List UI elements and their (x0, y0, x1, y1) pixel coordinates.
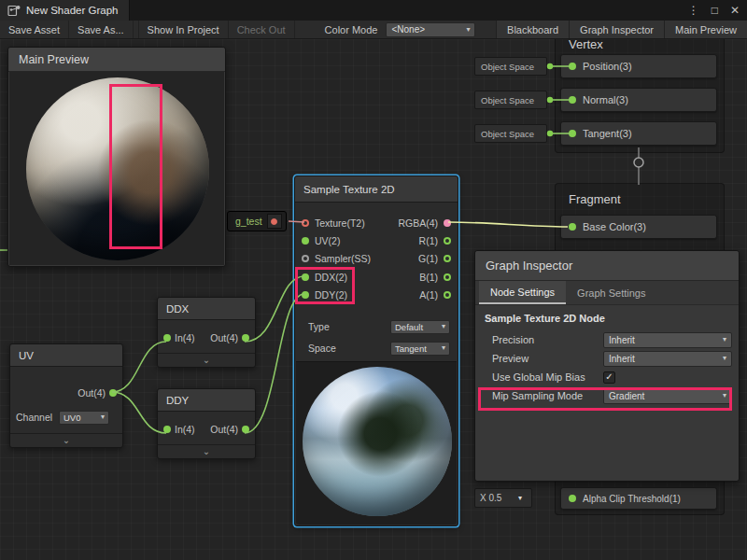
graph-toolbar: Save Asset Save As... Show In Project Ch… (0, 21, 747, 39)
ddx-title: DDX (166, 303, 189, 315)
ddy-out-port[interactable] (242, 426, 249, 433)
space-dropdown[interactable]: Tangent ▾ (390, 342, 450, 356)
ddx-collapse-button[interactable]: ⌄ (158, 353, 255, 367)
mip-sampling-mode-label: Mip Sampling Mode (492, 390, 603, 401)
uv-node-header[interactable]: UV (10, 344, 122, 367)
main-preview-header[interactable]: Main Preview (8, 48, 225, 72)
uv-input-port[interactable] (302, 237, 309, 245)
vertex-normal-block[interactable]: Normal(3) (560, 88, 717, 112)
ddy-node[interactable]: DDY In(4) Out(4) ⌄ (157, 388, 256, 459)
color-mode-label: Color Mode (321, 21, 382, 38)
graph-inspector-panel[interactable]: Graph Inspector Node Settings Graph Sett… (474, 250, 740, 482)
ddx-in-port[interactable] (163, 334, 171, 342)
base-color-port[interactable] (569, 223, 576, 231)
uv-channel-dropdown[interactable]: UV0 ▾ (59, 411, 109, 425)
normal-space-dropdown[interactable]: Object Space (474, 91, 547, 109)
ddy-in-port[interactable] (163, 426, 171, 433)
graph-inspector-toggle[interactable]: Graph Inspector (569, 21, 664, 38)
b-output-port[interactable] (444, 273, 451, 281)
main-preview-panel[interactable]: Main Preview (7, 47, 226, 267)
uv-node[interactable]: UV Out(4) Channel UV0 ▾ ⌄ (9, 343, 123, 448)
uv-title: UV (19, 350, 34, 361)
position-space-dropdown[interactable]: Object Space (474, 57, 547, 76)
tangent-port[interactable] (569, 130, 576, 137)
type-dropdown[interactable]: Default ▾ (390, 320, 450, 334)
sampler-input-port[interactable] (302, 255, 309, 262)
uv-collapse-button[interactable]: ⌄ (10, 433, 122, 447)
chevron-down-icon: ▾ (723, 392, 726, 399)
preview-row: Preview Inherit ▾ (475, 349, 739, 368)
fragment-basecolor-block[interactable]: Base Color(3) (560, 215, 717, 239)
show-in-project-button[interactable]: Show In Project (138, 21, 229, 38)
precision-dropdown[interactable]: Inherit ▾ (603, 332, 732, 348)
uv-out-label: Out(4) (78, 387, 106, 399)
alpha-clip-port[interactable] (569, 495, 576, 502)
chevron-down-icon: ▾ (723, 355, 726, 362)
sample-texture-2d-node[interactable]: Sample Texture 2D Texture(T2) UV(2) Samp… (294, 175, 458, 526)
blackboard-toggle[interactable]: Blackboard (496, 21, 569, 38)
preview-label: Preview (492, 353, 603, 364)
r-output-row: R(1) (419, 233, 458, 248)
vertex-title: Vertex (569, 37, 603, 51)
menu-icon[interactable]: ⋮ (688, 5, 699, 16)
uv-channel-value: UV0 (63, 413, 80, 423)
type-option-row: Type Default ▾ (295, 318, 458, 335)
mip-sampling-mode-dropdown[interactable]: Gradient ▾ (603, 388, 732, 404)
save-as-button[interactable]: Save As... (69, 21, 134, 38)
vertex-tangent-block[interactable]: Tangent(3) (560, 121, 717, 146)
precision-row: Precision Inherit ▾ (475, 330, 739, 349)
a-output-port[interactable] (444, 291, 451, 299)
gtest-property-node[interactable]: g_test (227, 211, 287, 231)
gtest-output-port[interactable] (271, 218, 277, 225)
mip-bias-row: Use Global Mip Bias ✓ (475, 368, 739, 386)
ddy-input-row: DDY(2) (295, 287, 347, 302)
r-output-port[interactable] (444, 237, 451, 245)
space-value: Tangent (395, 343, 427, 354)
ddx-out-port[interactable] (242, 334, 249, 342)
position-label: Position(3) (583, 61, 632, 72)
g-output-port[interactable] (444, 255, 451, 262)
tab-node-settings[interactable]: Node Settings (479, 281, 566, 304)
maximize-icon[interactable]: □ (712, 5, 718, 16)
close-icon[interactable]: ✕ (730, 5, 740, 16)
texture-input-port[interactable] (302, 219, 309, 227)
vertex-position-block[interactable]: Position(3) (560, 54, 717, 78)
alpha-threshold-value: X 0.5 (480, 493, 501, 503)
normal-port[interactable] (569, 96, 576, 104)
sampler-input-label: Sampler(SS) (315, 253, 371, 264)
main-preview-title: Main Preview (19, 53, 89, 66)
ddy-node-header[interactable]: DDY (158, 389, 255, 412)
chevron-icon: ⌄ (63, 436, 70, 445)
color-mode-value: <None> (391, 24, 425, 35)
alpha-clip-label: Alpha Clip Threshold(1) (583, 494, 681, 504)
use-global-mip-bias-checkbox[interactable]: ✓ (603, 371, 615, 384)
ddx-node-header[interactable]: DDX (158, 298, 255, 320)
ddx-in-label: In(4) (175, 332, 195, 343)
ddy-in-label: In(4) (175, 424, 195, 435)
uv-out-port[interactable] (109, 389, 117, 397)
sample-texture-2d-header[interactable]: Sample Texture 2D (295, 176, 458, 203)
chevron-down-icon: ▾ (442, 323, 445, 330)
save-asset-button[interactable]: Save Asset (0, 21, 69, 38)
ddx-input-port[interactable] (302, 273, 309, 281)
color-mode-dropdown[interactable]: <None> ▾ (386, 22, 475, 37)
document-tab[interactable]: New Shader Graph (0, 0, 130, 21)
graph-inspector-header[interactable]: Graph Inspector (475, 251, 739, 281)
rgba-output-port[interactable] (444, 219, 451, 227)
position-port[interactable] (569, 63, 576, 70)
ddy-input-port[interactable] (302, 291, 309, 299)
main-preview-sphere (26, 77, 209, 260)
preview-value: Inherit (609, 354, 635, 364)
tab-graph-settings[interactable]: Graph Settings (566, 281, 656, 304)
ddx-node[interactable]: DDX In(4) Out(4) ⌄ (157, 297, 256, 368)
alpha-threshold-value-field[interactable]: X 0.5 ▾ (474, 488, 532, 508)
base-color-label: Base Color(3) (583, 221, 646, 232)
fragment-alphaclip-block[interactable]: Alpha Clip Threshold(1) (560, 487, 717, 510)
preview-dropdown[interactable]: Inherit ▾ (603, 351, 732, 367)
precision-value: Inherit (609, 335, 635, 345)
main-preview-toggle[interactable]: Main Preview (664, 21, 747, 38)
a-output-label: A(1) (419, 289, 438, 301)
tangent-space-dropdown[interactable]: Object Space (474, 124, 547, 143)
ddy-collapse-button[interactable]: ⌄ (158, 444, 255, 458)
shader-graph-icon (7, 4, 21, 17)
